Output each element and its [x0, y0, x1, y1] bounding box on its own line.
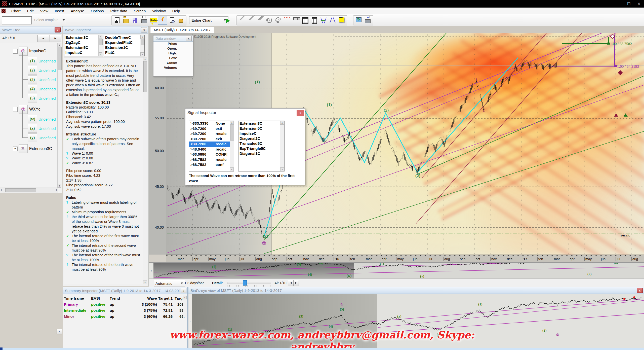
scroll-down-icon[interactable]: ▼: [57, 329, 62, 334]
scroll-left-icon[interactable]: ‹: [149, 263, 154, 279]
scroll-down-icon[interactable]: ∨: [143, 281, 147, 284]
chart-tab[interactable]: MSFT (Daily) 1-9-2013 to 14-3-2017: [150, 27, 214, 33]
scroll-up-icon[interactable]: ∧: [143, 57, 147, 61]
scroll-down-icon[interactable]: ∨: [230, 167, 234, 171]
chart-doc-icon[interactable]: [112, 16, 122, 24]
tree-leaf-(2)[interactable]: (2)Undefined: [28, 66, 56, 75]
expand-icon[interactable]: +: [13, 147, 18, 151]
pattern-item[interactable]: ZigZagC: [64, 40, 103, 45]
tree-leaf-(w)[interactable]: (w)Undefined: [28, 115, 56, 123]
slider-thumb[interactable]: [243, 280, 247, 286]
print-hardcopy-icon[interactable]: [363, 16, 372, 24]
signal-pattern-item[interactable]: Truncated5C: [238, 141, 284, 146]
pattern-list-left[interactable]: ∧ ∨ Extension3CZigZagCExtension5CImpulse…: [64, 35, 103, 56]
scroll-up-icon[interactable]: ∧: [183, 296, 187, 299]
signal-pattern-list[interactable]: ∧ ∨ Extension3CExtension5CImpulseCDiagon…: [238, 121, 285, 171]
pattern-item[interactable]: Extension5C: [64, 45, 103, 50]
birdseye-header[interactable]: Bird's-eye view of MSFT (Daily) 1-9-2013…: [188, 287, 644, 294]
menu-item-screen[interactable]: Screen: [131, 8, 149, 14]
pattern-item[interactable]: DoubleThreeC: [104, 35, 144, 40]
fan-lines-icon[interactable]: [256, 16, 265, 24]
alt-prev-button[interactable]: ◄: [37, 35, 49, 42]
signal-pattern-item[interactable]: Diagonal2C: [238, 136, 284, 141]
signal-pattern-item[interactable]: Extension3C: [238, 121, 284, 126]
signal-item[interactable]: >68.7582recalc: [189, 157, 234, 162]
minimize-button[interactable]: –: [614, 1, 624, 7]
list-scrollbar[interactable]: ∧ ∨: [98, 35, 103, 56]
bolt-icon[interactable]: [158, 16, 167, 25]
scroll-right-icon[interactable]: ›: [56, 188, 57, 192]
signal-item[interactable]: >39.7200recalc: [189, 131, 234, 136]
list-scrollbar[interactable]: ∧ ∨: [230, 121, 234, 171]
menu-item-price-data[interactable]: Price data: [107, 8, 131, 14]
entire-chart-combo[interactable]: Entire Chart: [189, 16, 228, 24]
close-button[interactable]: ✕: [634, 1, 644, 7]
scroll-up-icon[interactable]: ▲: [58, 43, 61, 47]
bell-icon[interactable]: [176, 16, 185, 24]
collapse-icon[interactable]: −: [13, 107, 18, 112]
zoom-mode-combo[interactable]: Automatic: [154, 280, 185, 287]
signal-inspector-dialog[interactable]: Signal Inspector x ∧ ∨ >333.3330None>39.…: [185, 108, 305, 185]
tree-node-WXYc[interactable]: −②WXYc: [13, 105, 40, 114]
wave-tree-vscrollbar[interactable]: ▲ ▼: [57, 43, 62, 188]
signal-list[interactable]: ∧ ∨ >333.3330None>39.7200exit>39.7200rec…: [189, 121, 234, 171]
scroll-up-icon[interactable]: ∧: [230, 121, 234, 125]
tree-leaf-(3)[interactable]: (3)Undefined: [28, 75, 56, 84]
detail-slider[interactable]: [227, 282, 271, 284]
menu-item-options[interactable]: Options: [88, 8, 107, 14]
open-folder-icon[interactable]: [122, 16, 131, 24]
parallel-lines-icon[interactable]: [247, 16, 256, 24]
tree-leaf-(y)[interactable]: (y)Undefined: [28, 133, 56, 142]
pattern-item[interactable]: Extension1C: [104, 45, 144, 50]
explain-icon[interactable]: Explain: [149, 16, 158, 24]
close-icon[interactable]: x: [297, 110, 304, 116]
menu-item-view[interactable]: View: [37, 8, 52, 14]
select-template-combo[interactable]: Select template: [32, 16, 67, 23]
menu-item-insert[interactable]: Insert: [52, 8, 68, 14]
close-icon[interactable]: x: [55, 27, 61, 32]
table-icon[interactable]: [301, 16, 310, 24]
close-icon[interactable]: x: [186, 36, 192, 41]
wave-tree-header[interactable]: Wave Tree x: [0, 26, 62, 33]
tree-node-ImpulseC[interactable]: −①ImpulseC: [13, 47, 46, 56]
tree-leaf-(x)[interactable]: (x)Undefined: [28, 124, 56, 133]
table2-icon[interactable]: [310, 16, 319, 24]
list-scrollbar[interactable]: ∧ ∨: [280, 121, 284, 171]
tree-leaf-(5)[interactable]: (5)Undefined: [28, 94, 56, 102]
spiral2-icon[interactable]: [274, 16, 283, 24]
tree-node-Extension3C[interactable]: +3✕Extension3C: [13, 144, 52, 153]
print-icon[interactable]: [140, 16, 149, 24]
signal-item[interactable]: >68.7582conf: [189, 162, 234, 167]
pattern-item[interactable]: FlatC: [104, 50, 144, 55]
ruler-icon[interactable]: [292, 16, 301, 24]
collapse-icon[interactable]: −: [13, 49, 18, 54]
signal-item[interactable]: <39.7200recalc: [189, 142, 234, 147]
close-icon[interactable]: x: [637, 288, 643, 293]
menu-item-chart[interactable]: Chart: [8, 8, 24, 14]
channel-v-icon[interactable]: [319, 16, 328, 24]
close-icon[interactable]: x: [141, 27, 147, 32]
menu-item-edit[interactable]: Edit: [24, 8, 37, 14]
yellow-box-icon[interactable]: [337, 16, 346, 24]
wave-inspector-header[interactable]: Wave Inspector x: [63, 26, 148, 33]
list-scrollbar[interactable]: ∧ ∨: [140, 35, 144, 56]
description-scrollbar[interactable]: ∧ ∨: [143, 57, 147, 284]
signal-item[interactable]: >63.0886CONF!: [189, 152, 234, 157]
template-input[interactable]: [2, 16, 32, 24]
tree-leaf-(1)[interactable]: (1)Undefined: [28, 57, 56, 65]
scroll-down-icon[interactable]: ∨: [280, 167, 284, 171]
summary-scrollbar[interactable]: ∧: [183, 296, 187, 317]
signal-pattern-item[interactable]: Extension5C: [238, 126, 284, 131]
save-icon[interactable]: [131, 16, 140, 24]
signal-inspector-header[interactable]: Signal Inspector x: [185, 109, 305, 117]
navigator-strip[interactable]: ‹ (1)(3)(5)(4)(w)(x)(y)(2)(1): [149, 262, 644, 279]
scroll-up-icon[interactable]: ∧: [280, 121, 284, 125]
signal-item[interactable]: >39.7200exit: [189, 126, 234, 131]
data-window[interactable]: Data window x Date:Price:Open:High:Low:C…: [153, 35, 193, 77]
scroll-down-icon[interactable]: ▼: [58, 184, 61, 188]
scroll-thumb[interactable]: [5, 188, 36, 192]
data-window-header[interactable]: Data window x: [153, 36, 193, 42]
menu-item-help[interactable]: Help: [169, 8, 183, 14]
spiral-icon[interactable]: [265, 16, 274, 24]
sync-icon[interactable]: ↻: [354, 16, 363, 24]
